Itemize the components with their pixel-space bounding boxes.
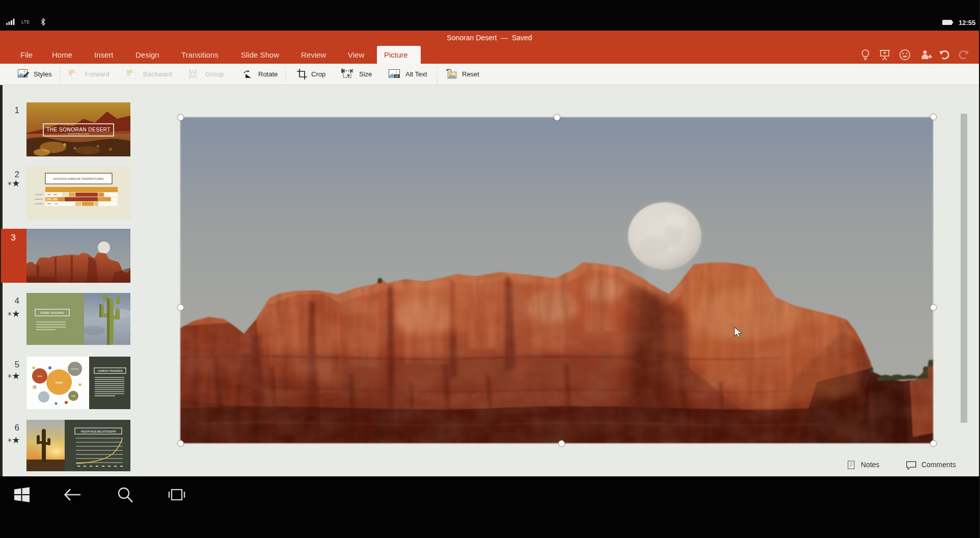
svg-text:SONORAN AVERAGE TEMPERATURES: SONORAN AVERAGE TEMPERATURES	[53, 177, 104, 180]
svg-text:ARMS: ARMS	[56, 381, 63, 384]
svg-text:SCENIC SAGUARO: SCENIC SAGUARO	[40, 311, 64, 314]
svg-text:Jewel of the Squash Center: Jewel of the Squash Center	[68, 133, 90, 135]
svg-text:CARBON TRANSFER: CARBON TRANSFER	[97, 369, 123, 372]
svg-text:HEIGHT/AGE RELATIONSHIP: HEIGHT/AGE RELATIONSHIP	[81, 430, 116, 433]
svg-text:RIBS: RIBS	[71, 395, 76, 397]
svg-text:THE SONORAN DESERT: THE SONORAN DESERT	[46, 127, 111, 132]
svg-text:SKIN: SKIN	[38, 375, 42, 378]
svg-text:ROOTS: ROOTS	[71, 368, 78, 370]
